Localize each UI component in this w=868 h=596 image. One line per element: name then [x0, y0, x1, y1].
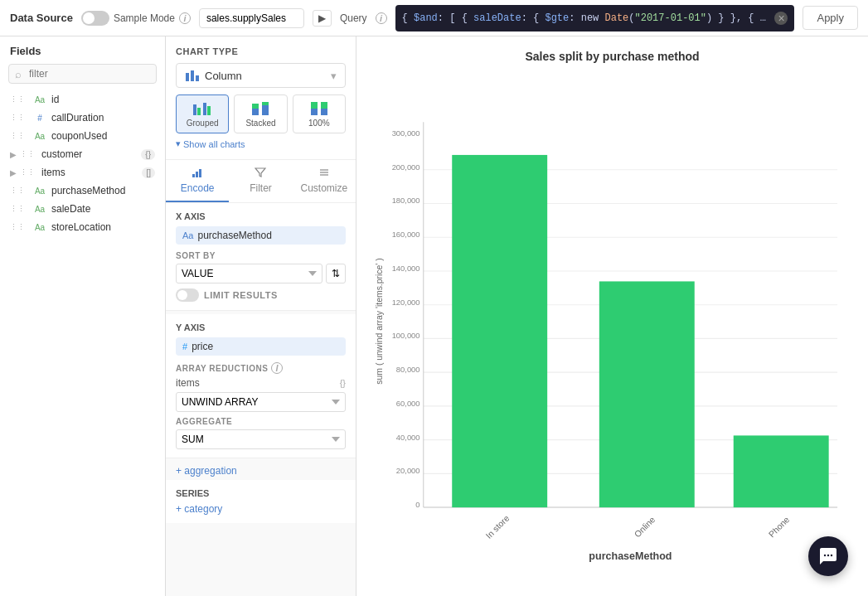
show-all-charts-link[interactable]: ▾ Show all charts [176, 138, 346, 149]
customer-badge: {} [141, 149, 155, 160]
y-axis-section: Y Axis # price ARRAY REDUCTIONS i items … [166, 314, 356, 458]
tab-filter-label: Filter [250, 182, 272, 194]
field-type-num-icon: # [33, 114, 46, 123]
field-drag-icon: ⋮⋮ [20, 150, 35, 158]
items-row: items {} [176, 377, 346, 389]
bar-in-store [452, 155, 547, 507]
field-item-id[interactable]: ⋮⋮ Aa id [0, 90, 165, 109]
chart-type-title: Chart Type [176, 46, 346, 56]
array-reductions-label: ARRAY REDUCTIONS i [176, 362, 346, 374]
chart-type-section: Chart Type Column ▾ [166, 36, 356, 160]
field-type-str-icon: Aa [33, 95, 46, 104]
svg-rect-12 [311, 102, 318, 109]
chevron-right-icon: ▶ [10, 150, 17, 159]
svg-text:200,000: 200,000 [392, 162, 420, 172]
grouped-icon [192, 100, 212, 117]
query-clear-btn[interactable]: × [774, 12, 788, 25]
apply-button[interactable]: Apply [803, 6, 858, 30]
x-axis-title-label: purchaseMethod [589, 550, 672, 562]
chart-variant-stacked[interactable]: Stacked [234, 94, 287, 133]
array-reductions-info-icon[interactable]: i [271, 362, 283, 374]
sample-mode-switch[interactable] [81, 11, 109, 26]
field-name-purchaseMethod: purchaseMethod [51, 185, 155, 196]
encode-tab-icon [192, 167, 203, 181]
fields-panel: Fields ⋮⋮ Aa id ⋮⋮ # callDuration ⋮⋮ Aa … [0, 36, 166, 596]
sort-select-row: VALUEFIELDCOUNT ⇅ [176, 264, 346, 283]
string-field-icon: Aa [182, 230, 193, 240]
svg-text:20,000: 20,000 [396, 466, 420, 475]
svg-rect-1 [191, 70, 194, 81]
column-chart-icon [185, 68, 200, 83]
main-layout: Fields ⋮⋮ Aa id ⋮⋮ # callDuration ⋮⋮ Aa … [0, 36, 868, 596]
svg-rect-17 [199, 169, 201, 177]
svg-text:100,000: 100,000 [392, 331, 420, 340]
tab-customize[interactable]: Customize [293, 160, 356, 202]
field-name-items: items [41, 167, 138, 178]
tab-encode[interactable]: Encode [166, 160, 229, 202]
svg-rect-8 [252, 104, 259, 109]
field-item-storeLocation[interactable]: ⋮⋮ Aa storeLocation [0, 218, 165, 236]
chart-variant-100pct-label: 100% [308, 119, 330, 128]
chevron-down-icon: ▾ [331, 70, 337, 82]
sample-mode-info-icon[interactable]: i [179, 12, 191, 24]
chart-type-select-btn[interactable]: Column ▾ [176, 63, 346, 88]
sample-mode-label: Sample Mode [114, 12, 175, 24]
series-title: Series [176, 488, 346, 498]
query-info-icon[interactable]: i [376, 12, 387, 24]
fields-search-input[interactable] [8, 64, 157, 84]
svg-rect-15 [192, 174, 195, 177]
datasource-select[interactable]: sales.supplySales [199, 8, 304, 28]
field-name-storeLocation: storeLocation [51, 221, 155, 233]
chat-fab[interactable] [808, 536, 848, 576]
field-type-str-icon: Aa [33, 187, 46, 196]
field-type-str-icon: Aa [33, 132, 46, 141]
tab-filter[interactable]: Filter [229, 160, 292, 202]
aggregate-label: AGGREGATE [176, 417, 346, 426]
chart-variant-grouped-label: Grouped [187, 119, 219, 128]
chart-variant-grouped[interactable]: Grouped [176, 94, 229, 133]
query-text: { $and: [ { saleDate: { $gte: new Date("… [402, 12, 769, 24]
items-array-badge: {} [340, 378, 346, 388]
chart-svg: sum ( unwind array 'items.price' ) 0 20,… [370, 71, 855, 571]
chart-variant-100pct[interactable]: 100% [293, 94, 346, 133]
field-type-str-icon: Aa [33, 205, 46, 214]
svg-text:160,000: 160,000 [392, 230, 420, 239]
sample-mode-toggle: Sample Mode i [81, 11, 191, 26]
add-aggregation-link[interactable]: + aggregation [166, 462, 356, 477]
field-item-callDuration[interactable]: ⋮⋮ # callDuration [0, 109, 165, 127]
sort-by-label: SORT BY [176, 251, 346, 260]
svg-rect-4 [197, 108, 201, 115]
add-category-link[interactable]: + category [176, 503, 346, 515]
center-panel: Chart Type Column ▾ [166, 36, 356, 596]
datasource-label: Data Source [10, 12, 73, 24]
field-drag-icon: ⋮⋮ [10, 187, 25, 195]
x-axis-field-pill: Aa purchaseMethod [176, 226, 346, 245]
filter-tab-icon [255, 167, 266, 181]
field-item-customer[interactable]: ▶ ⋮⋮ customer {} [0, 145, 165, 163]
chat-icon [818, 546, 838, 566]
field-item-purchaseMethod[interactable]: ⋮⋮ Aa purchaseMethod [0, 182, 165, 200]
field-drag-icon: ⋮⋮ [10, 205, 25, 213]
aggregate-select[interactable]: SUMAVGMINMAXCOUNT [176, 429, 346, 449]
svg-rect-5 [203, 103, 206, 115]
field-drag-icon: ⋮⋮ [20, 168, 35, 177]
field-item-couponUsed[interactable]: ⋮⋮ Aa couponUsed [0, 127, 165, 145]
items-badge: [] [142, 167, 155, 178]
query-input-container: { $and: [ { saleDate: { $gte: new Date("… [395, 5, 795, 31]
top-bar: Data Source Sample Mode i sales.supplySa… [0, 0, 868, 36]
unwind-select[interactable]: UNWIND ARRAYSIZE [176, 392, 346, 412]
svg-rect-6 [207, 106, 211, 115]
svg-text:300,000: 300,000 [392, 128, 420, 138]
svg-point-33 [824, 555, 826, 556]
100pct-icon [309, 100, 329, 117]
sort-order-btn[interactable]: ⇅ [326, 264, 346, 283]
bar-online [599, 281, 695, 507]
field-name-couponUsed: couponUsed [51, 130, 155, 142]
field-item-items[interactable]: ▶ ⋮⋮ items [] [0, 163, 165, 182]
field-name-id: id [51, 94, 155, 105]
svg-rect-10 [262, 102, 269, 105]
limit-toggle[interactable] [176, 288, 199, 302]
sort-select[interactable]: VALUEFIELDCOUNT [176, 264, 322, 283]
field-item-saleDate[interactable]: ⋮⋮ Aa saleDate [0, 200, 165, 218]
query-arrow-btn[interactable]: ▶ [313, 10, 332, 27]
